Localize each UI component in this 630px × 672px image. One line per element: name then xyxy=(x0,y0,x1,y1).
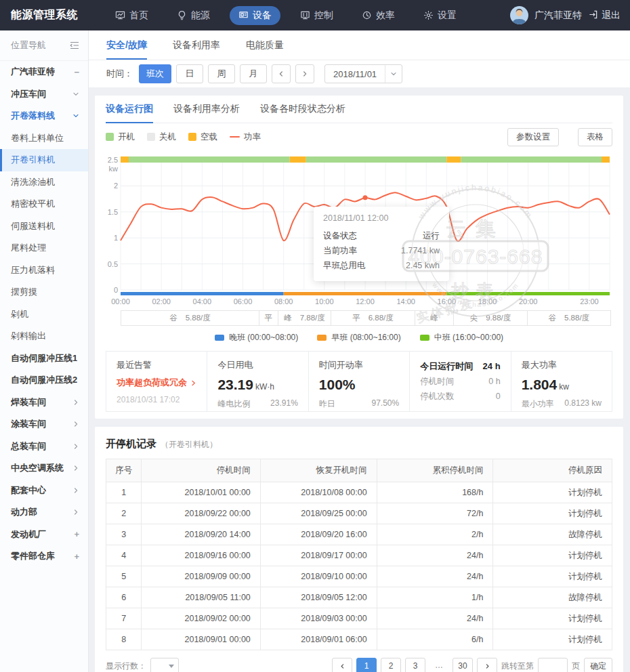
time-filter-bar: 时间： 班次日周月 2018/11/01 xyxy=(89,60,630,87)
alarm-link[interactable]: 功率超负荷或冗余 xyxy=(117,377,196,389)
shift-swatch xyxy=(420,335,429,341)
params-settings-button[interactable]: 参数设置 xyxy=(507,128,559,146)
home-icon xyxy=(115,10,125,20)
nav-item-settings[interactable]: 设置 xyxy=(415,6,465,25)
sidebar-item[interactable]: 摆剪摸 xyxy=(0,281,88,303)
page-number-button[interactable]: 3 xyxy=(405,658,425,672)
rate-segment: 谷5.88/度 xyxy=(121,311,259,325)
legend-label: 开机 xyxy=(118,131,135,143)
rows-per-page-select[interactable] xyxy=(150,658,179,672)
next-page-button[interactable] xyxy=(477,658,497,672)
plus-icon: + xyxy=(74,551,79,562)
sidebar-item[interactable]: 清洗涂油机 xyxy=(0,171,88,194)
sidebar-item[interactable]: 总装车间 xyxy=(0,436,88,458)
page-number-button[interactable]: 1 xyxy=(356,658,377,672)
prev-page-button[interactable] xyxy=(332,658,352,672)
page-number-button[interactable]: 30 xyxy=(453,658,473,672)
device-icon xyxy=(238,10,249,20)
chart-tab[interactable]: 设备各时段状态分析 xyxy=(260,96,345,123)
table-row[interactable]: 72018/09/02 00:002018/09/03 00:0024/h计划停… xyxy=(106,608,612,629)
sidebar-item-label: 焊装车间 xyxy=(11,396,46,408)
sidebar-item[interactable]: 中央空调系统 xyxy=(0,457,88,480)
chevron-right-icon xyxy=(72,421,79,427)
sidebar-item[interactable]: 卷料上料单位 xyxy=(0,127,88,150)
sidebar-item[interactable]: 尾料处理 xyxy=(0,237,88,259)
sidebar-item-label: 开卷引料机 xyxy=(11,154,55,166)
avatar[interactable] xyxy=(510,6,528,24)
jump-page-input[interactable] xyxy=(538,658,568,672)
table-view-button[interactable]: 表格 xyxy=(578,128,612,146)
chevron-right-icon xyxy=(72,399,79,406)
table-row[interactable]: 22018/09/22 00:002018/09/25 00:0072/h计划停… xyxy=(106,503,612,524)
chart-tab[interactable]: 设备运行图 xyxy=(106,96,153,123)
chevron-down-icon xyxy=(72,112,79,119)
sidebar-item-label: 广汽菲亚特 xyxy=(11,66,55,78)
nav-item-efficiency[interactable]: 效率 xyxy=(353,6,404,25)
legend-item: 开机 xyxy=(106,131,135,143)
table-row[interactable]: 32018/09/20 14:002018/09/20 16:002/h故障停机 xyxy=(106,524,612,545)
date-value: 2018/11/01 xyxy=(325,69,385,79)
navbar-user-area: 广汽菲亚特 退出 xyxy=(510,6,630,24)
sidebar-item[interactable]: 发动机厂+ xyxy=(0,524,88,546)
sidebar-item[interactable]: 自动伺服冲压线1 xyxy=(0,348,88,370)
table-row[interactable]: 42018/09/16 00:002018/09/17 00:0024/h计划停… xyxy=(106,545,612,566)
chevron-right-icon xyxy=(190,380,196,386)
svg-text:23:00: 23:00 xyxy=(580,297,599,306)
chart-tab[interactable]: 设备利用率分析 xyxy=(173,96,240,123)
page-number-button[interactable]: 2 xyxy=(381,658,401,672)
sidebar-item[interactable]: 伺服送料机 xyxy=(0,215,88,238)
date-select[interactable]: 2018/11/01 xyxy=(324,64,402,83)
sidebar-item[interactable]: 精密校平机 xyxy=(0,193,88,215)
nav-item-control[interactable]: 控制 xyxy=(291,6,342,25)
sidebar-item[interactable]: 配套中心 xyxy=(0,480,88,502)
confirm-button[interactable]: 确定 xyxy=(584,658,612,672)
table-row[interactable]: 82018/09/01 00:002018/09/01 06:006/h计划停机 xyxy=(106,629,612,650)
time-mode-button[interactable]: 周 xyxy=(208,64,235,83)
sidebar-item[interactable]: 压力机落料 xyxy=(0,259,88,282)
stat-runtime: 今日运行时间24 h 停机时间0 h 停机次数0 xyxy=(409,352,510,411)
logout-button[interactable]: 退出 xyxy=(588,9,621,22)
table-row[interactable]: 52018/09/09 00:002018/09/10 00:0024/h计划停… xyxy=(106,566,612,587)
sidebar-item[interactable]: 动力部 xyxy=(0,501,88,524)
svg-text:1: 1 xyxy=(114,234,118,242)
sidebar-item[interactable]: 广汽菲亚特− xyxy=(0,61,88,83)
sidebar-item[interactable]: 自动伺服冲压线2 xyxy=(0,369,88,392)
page-tab[interactable]: 电能质量 xyxy=(246,30,284,60)
prev-date-button[interactable] xyxy=(272,64,291,83)
sidebar-item[interactable]: 开卷落料线 xyxy=(0,105,88,127)
time-mode-button[interactable]: 班次 xyxy=(139,64,171,83)
sidebar-item[interactable]: 开卷引料机 xyxy=(0,149,88,171)
sidebar-item[interactable]: 剁料输出 xyxy=(0,325,88,348)
nav-item-energy[interactable]: 能源 xyxy=(168,6,219,25)
sidebar-item[interactable]: 冲压车间 xyxy=(0,83,88,106)
nav-item-device[interactable]: 设备 xyxy=(230,6,280,25)
sidebar-item-label: 涂装车间 xyxy=(11,418,46,430)
navbar-menu: 首页能源设备控制效率设置 xyxy=(106,6,465,25)
table-column-header: 恢复开机时间 xyxy=(260,459,377,482)
next-date-button[interactable] xyxy=(295,64,314,83)
page-ellipsis: … xyxy=(429,658,448,672)
sidebar-item[interactable]: 涂装车间 xyxy=(0,413,88,436)
page-tab[interactable]: 安全/故障 xyxy=(106,30,147,60)
main-content: 安全/故障设备利用率电能质量 时间： 班次日周月 2018/11/01 设备运行… xyxy=(89,30,630,672)
svg-text:16:00: 16:00 xyxy=(438,297,457,306)
legend-item: 空载 xyxy=(188,131,217,143)
shift-legend-item: 早班 (08:00~16:00) xyxy=(317,332,400,343)
time-mode-button[interactable]: 日 xyxy=(176,64,203,83)
table-row[interactable]: 12018/10/01 00:002018/10/08 00:00168/h计划… xyxy=(106,482,612,503)
logout-icon xyxy=(588,9,598,22)
sidebar-item-label: 开卷落料线 xyxy=(11,110,55,122)
nav-item-home[interactable]: 首页 xyxy=(106,6,157,25)
sidebar-item[interactable]: 零件部仓库+ xyxy=(0,545,88,568)
sidebar-item[interactable]: 剁机 xyxy=(0,303,88,326)
device-run-chart[interactable]: 00.511.522.5kw00:0002:0004:0006:0008:001… xyxy=(106,150,612,309)
stat-recent-alarm: 最近告警 功率超负荷或冗余 2018/10/31 17:02 xyxy=(106,352,207,411)
sidebar-item-label: 精密校平机 xyxy=(11,198,55,210)
user-name[interactable]: 广汽菲亚特 xyxy=(534,9,582,22)
table-row[interactable]: 62018/09/05 11:002018/09/05 12:001/h故障停机 xyxy=(106,587,612,608)
sidebar-item-label: 尾料处理 xyxy=(11,242,46,254)
sidebar-item[interactable]: 焊装车间 xyxy=(0,392,88,414)
collapse-icon[interactable] xyxy=(70,41,79,49)
page-tab[interactable]: 设备利用率 xyxy=(173,30,220,60)
time-mode-button[interactable]: 月 xyxy=(240,64,267,83)
